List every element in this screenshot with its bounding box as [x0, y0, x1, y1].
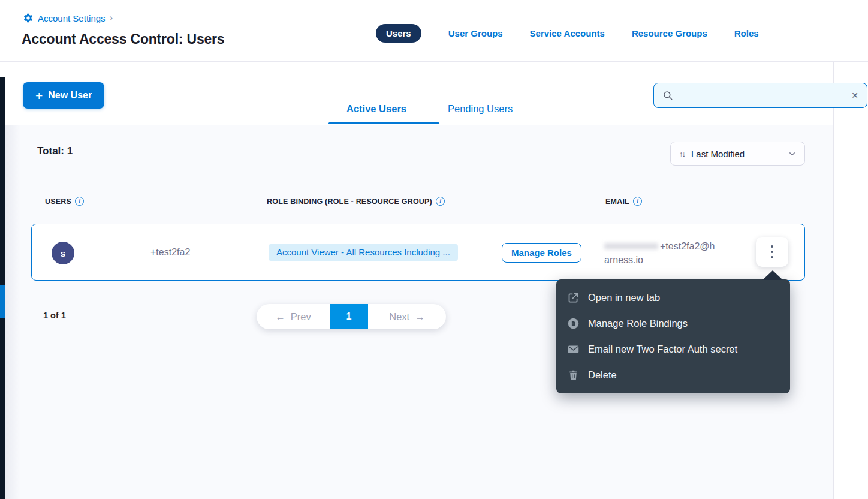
clear-search-icon[interactable]: ✕	[851, 91, 858, 100]
sort-dropdown[interactable]: ↑↓ Last Modified	[670, 142, 805, 166]
breadcrumb-account-settings[interactable]: Account Settings	[38, 13, 106, 23]
total-count: Total: 1	[37, 145, 73, 157]
column-header-email: EMAIL i	[605, 197, 642, 206]
email-line-1: +test2fa2@h	[660, 241, 715, 251]
column-header-role-binding: ROLE BINDING (ROLE - RESOURCE GROUP) i	[267, 197, 445, 206]
row-context-menu: Open in new tab Manage Role Bindings Ema…	[556, 279, 790, 393]
menu-item-delete[interactable]: Delete	[556, 362, 790, 388]
nav-item-roles[interactable]: Roles	[734, 28, 759, 38]
avatar: s	[52, 242, 74, 264]
pagination: ← Prev 1 Next →	[257, 304, 446, 329]
nav-item-service-accounts[interactable]: Service Accounts	[530, 28, 605, 38]
nav-item-user-groups[interactable]: User Groups	[448, 28, 503, 38]
breadcrumb[interactable]: Account Settings ›	[23, 13, 113, 23]
column-header-users: USERS i	[45, 197, 84, 206]
sort-arrows-icon: ↑↓	[679, 149, 685, 158]
sidebar-active-indicator	[0, 285, 5, 318]
new-user-button-label: New User	[48, 90, 92, 101]
tab-pending-users[interactable]: Pending Users	[448, 103, 513, 115]
user-tabs: Active Users Pending Users	[346, 103, 513, 115]
menu-item-manage-role-bindings[interactable]: Manage Role Bindings	[556, 311, 790, 336]
delete-icon	[567, 369, 580, 381]
context-menu-arrow	[762, 270, 783, 280]
user-row[interactable]: s +test2fa2 Account Viewer - All Resourc…	[31, 224, 805, 281]
account-access-control-page: Account Settings › Account Access Contro…	[0, 0, 868, 499]
settings-gear-icon	[23, 13, 34, 23]
collapsed-sidebar[interactable]	[0, 77, 5, 499]
top-nav: Users User Groups Service Accounts Resou…	[376, 23, 759, 43]
nav-item-users[interactable]: Users	[376, 24, 421, 43]
page-number-1[interactable]: 1	[330, 304, 368, 329]
right-gutter	[833, 62, 868, 499]
sort-dropdown-label: Last Modified	[691, 149, 782, 159]
breadcrumb-chevron-icon: ›	[110, 13, 113, 23]
search-icon	[662, 90, 673, 101]
arrow-left-icon: ←	[275, 311, 285, 323]
manage-roles-button[interactable]: Manage Roles	[502, 243, 581, 263]
plus-icon: +	[35, 89, 43, 102]
menu-item-email-two-factor-secret[interactable]: Email new Two Factor Auth secret	[556, 336, 790, 362]
role-binding-info-icon[interactable]: i	[436, 197, 445, 206]
menu-item-open-in-new-tab[interactable]: Open in new tab	[556, 285, 790, 311]
nav-item-resource-groups[interactable]: Resource Groups	[632, 28, 707, 38]
active-tab-underline	[328, 122, 439, 124]
search-input[interactable]	[679, 91, 845, 101]
email-line-2: arness.io	[604, 255, 643, 265]
users-info-icon[interactable]: i	[75, 197, 84, 206]
prev-page-button[interactable]: ← Prev	[257, 304, 330, 329]
email-secret-icon	[567, 343, 580, 356]
user-email: +test2fa2@h arness.io	[604, 239, 754, 267]
arrow-right-icon: →	[415, 311, 425, 323]
open-in-new-tab-icon	[567, 291, 580, 304]
role-binding-chip[interactable]: Account Viewer - All Resources Including…	[269, 244, 458, 261]
chevron-down-icon	[788, 150, 796, 158]
new-user-button[interactable]: + New User	[23, 82, 104, 109]
user-name: +test2fa2	[150, 247, 190, 258]
page-header: Account Settings › Account Access Contro…	[0, 0, 868, 62]
redacted-email-prefix	[604, 243, 658, 250]
tab-active-users[interactable]: Active Users	[346, 103, 406, 115]
page-title: Account Access Control: Users	[22, 31, 224, 47]
page-summary: 1 of 1	[43, 311, 66, 320]
row-options-kebab-icon[interactable]	[756, 237, 788, 267]
email-info-icon[interactable]: i	[633, 197, 642, 206]
search-box[interactable]: ✕	[653, 83, 867, 108]
next-page-button[interactable]: Next →	[368, 304, 446, 329]
manage-role-bindings-icon	[567, 317, 580, 330]
